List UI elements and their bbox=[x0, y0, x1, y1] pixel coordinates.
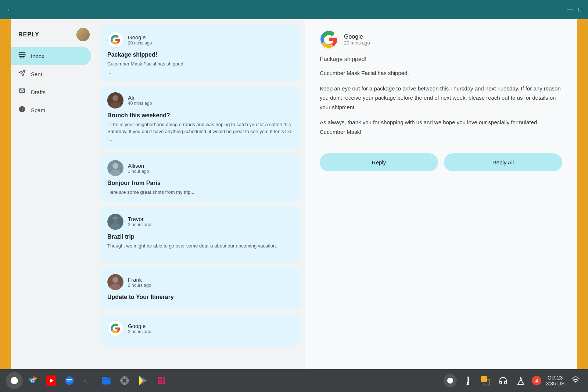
taskbar-camera-icon[interactable] bbox=[6, 372, 23, 389]
sender-time-1: 20 mins ago bbox=[128, 40, 152, 46]
email-preview-2: I'll be in your neighborhood doing erran… bbox=[107, 121, 293, 143]
email-item-1[interactable]: Google 20 mins ago Package shipped! Cucu… bbox=[100, 25, 301, 81]
sidebar: REPLY Inbox Se bbox=[11, 19, 96, 369]
email-item-2[interactable]: Ali 40 mins ago Brunch this weekend? I'l… bbox=[100, 86, 301, 149]
svg-point-23 bbox=[32, 379, 34, 382]
allison-avatar bbox=[107, 160, 123, 176]
back-button[interactable]: ← bbox=[6, 6, 13, 14]
detail-sender-name: Google bbox=[344, 33, 370, 40]
maximize-button[interactable]: □ bbox=[578, 6, 582, 13]
reply-all-button[interactable]: Reply All bbox=[444, 153, 562, 171]
sender-name-1: Google bbox=[128, 34, 152, 40]
email-sender-info-2: Ali 40 mins ago bbox=[128, 95, 152, 106]
taskbar-network-icon[interactable] bbox=[569, 374, 582, 387]
svg-text:>_: >_ bbox=[84, 379, 89, 383]
email-sender-info-5: Frank 2 hours ago bbox=[128, 277, 151, 288]
svg-point-47 bbox=[160, 379, 162, 382]
title-bar: ← — □ bbox=[0, 0, 588, 19]
svg-text:!: ! bbox=[21, 107, 23, 111]
email-subject-5: Update to Your Itinerary bbox=[107, 294, 293, 300]
action-buttons: Reply Reply All bbox=[320, 153, 562, 171]
taskbar-camera-indicator[interactable] bbox=[444, 374, 457, 387]
trevor-avatar bbox=[107, 214, 123, 230]
reply-button[interactable]: Reply bbox=[320, 153, 438, 171]
svg-point-46 bbox=[158, 379, 160, 382]
taskbar-datetime: Oct 23 3:35 US bbox=[546, 375, 564, 386]
sidebar-item-inbox[interactable]: Inbox bbox=[11, 47, 91, 65]
email-item-6[interactable]: Google 2 hours ago bbox=[100, 314, 301, 347]
email-subject-3: Bonjour from Paris bbox=[107, 180, 293, 186]
svg-rect-37 bbox=[120, 380, 122, 381]
minimize-button[interactable]: — bbox=[567, 6, 573, 13]
detail-body-para1: Keep an eye out for a package to arrive … bbox=[320, 84, 562, 112]
email-item-4[interactable]: Trevor 2 hours ago Brazil trip Thought w… bbox=[100, 207, 301, 263]
detail-sender-avatar bbox=[320, 30, 338, 49]
drafts-label: Drafts bbox=[31, 89, 46, 95]
user-avatar-image bbox=[76, 28, 90, 41]
detail-body-para2: As always, thank you for shopping with u… bbox=[320, 118, 562, 136]
email-subject-1: Package shipped! bbox=[107, 51, 293, 58]
email-preview-4: Thought we might be able to go over some… bbox=[107, 242, 293, 250]
sender-time-4: 2 hours ago bbox=[128, 222, 151, 227]
svg-rect-1 bbox=[20, 56, 24, 58]
svg-point-17 bbox=[112, 277, 118, 283]
svg-point-15 bbox=[112, 218, 119, 222]
detail-time: 20 mins ago bbox=[344, 40, 370, 46]
taskbar-youtube-icon[interactable] bbox=[43, 372, 60, 389]
svg-rect-32 bbox=[102, 377, 106, 379]
taskbar-audio-icon[interactable] bbox=[496, 374, 510, 387]
svg-point-34 bbox=[123, 379, 126, 382]
taskbar-terminal-icon[interactable]: >_ bbox=[79, 372, 96, 389]
email-header-2: Ali 40 mins ago bbox=[107, 92, 293, 108]
spam-icon: ! bbox=[18, 106, 26, 115]
taskbar-left: >_ bbox=[6, 372, 170, 389]
svg-point-45 bbox=[163, 377, 165, 379]
email-header-5: Frank 2 hours ago bbox=[107, 274, 293, 290]
taskbar-settings-icon[interactable] bbox=[116, 372, 133, 389]
sent-icon bbox=[18, 70, 26, 79]
taskbar-applauncher-icon[interactable] bbox=[153, 372, 170, 389]
sidebar-item-spam[interactable]: ! Spam bbox=[11, 101, 91, 119]
taskbar-window-manager-icon[interactable] bbox=[479, 374, 492, 387]
svg-point-44 bbox=[160, 377, 162, 379]
taskbar-chrome-icon[interactable] bbox=[24, 372, 41, 389]
google-avatar-2 bbox=[107, 320, 123, 336]
sender-name-3: Allison bbox=[128, 163, 149, 169]
sidebar-item-sent[interactable]: Sent bbox=[11, 65, 91, 83]
email-ellipsis-1: ... bbox=[107, 69, 293, 75]
taskbar-messages-icon[interactable] bbox=[61, 372, 78, 389]
taskbar: >_ bbox=[0, 369, 588, 392]
svg-point-49 bbox=[158, 382, 160, 384]
svg-rect-38 bbox=[127, 380, 129, 381]
svg-point-48 bbox=[163, 379, 165, 382]
taskbar-time: 3:35 US bbox=[546, 381, 564, 386]
sender-time-2: 40 mins ago bbox=[128, 101, 152, 106]
svg-rect-53 bbox=[467, 377, 469, 383]
avatar bbox=[76, 28, 90, 41]
svg-point-7 bbox=[112, 95, 118, 101]
email-list: Google 20 mins ago Package shipped! Cucu… bbox=[96, 19, 305, 369]
taskbar-stylus-tool-icon[interactable] bbox=[514, 374, 527, 387]
email-item-3[interactable]: Allison 1 hour ago Bonjour from Paris He… bbox=[100, 153, 301, 203]
svg-point-20 bbox=[11, 377, 18, 384]
email-subject-2: Brunch this weekend? bbox=[107, 112, 293, 119]
taskbar-files-icon[interactable] bbox=[98, 372, 115, 389]
title-bar-left: ← bbox=[6, 6, 13, 14]
sender-name-2: Ali bbox=[128, 95, 152, 101]
email-item-5[interactable]: Frank 2 hours ago Update to Your Itinera… bbox=[100, 267, 301, 309]
svg-point-51 bbox=[163, 382, 165, 384]
email-preview-3: Here are some great shots from my trip..… bbox=[107, 189, 293, 196]
svg-point-50 bbox=[160, 382, 162, 384]
email-sender-info-3: Allison 1 hour ago bbox=[128, 163, 149, 174]
svg-rect-28 bbox=[67, 381, 71, 381]
taskbar-pen-icon[interactable] bbox=[461, 374, 474, 387]
svg-rect-27 bbox=[67, 379, 72, 379]
taskbar-playstore-icon[interactable] bbox=[135, 372, 151, 389]
sidebar-item-drafts[interactable]: Drafts bbox=[11, 83, 91, 101]
sender-time-6: 2 hours ago bbox=[128, 329, 151, 334]
email-detail-panel: Google 20 mins ago Package shipped! Cucu… bbox=[305, 19, 577, 369]
notification-badge[interactable]: 4 bbox=[532, 376, 541, 385]
detail-subject: Package shipped! bbox=[320, 56, 562, 63]
email-header-3: Allison 1 hour ago bbox=[107, 160, 293, 176]
svg-point-10 bbox=[112, 163, 118, 169]
